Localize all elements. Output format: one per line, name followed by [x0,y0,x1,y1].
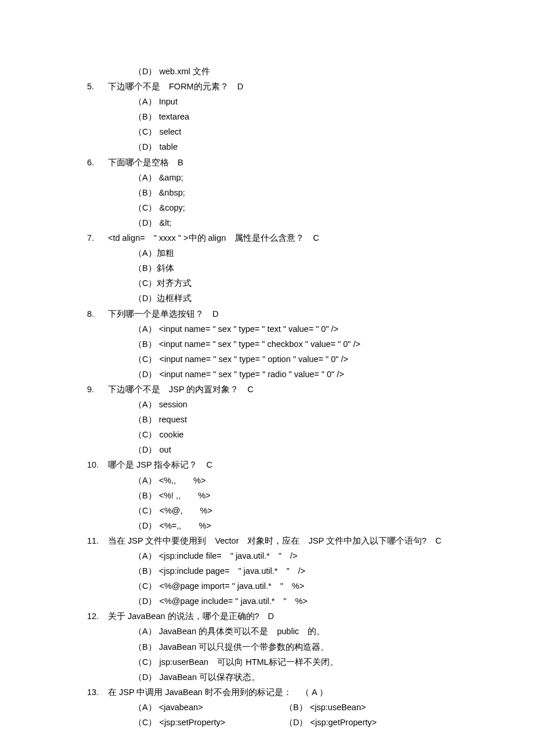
prev-question-option-d: （D） web.xml 文件 [87,64,499,79]
question-option: （C） &copy; [87,200,499,215]
question-stem: 下列哪一个是单选按钮？ D [108,306,499,321]
question-row: 8.下列哪一个是单选按钮？ D [87,306,499,321]
question-row: 10.哪个是 JSP 指令标记？ C [87,457,499,472]
question-option: （A） <jsp:include file= " java.util.* " /… [87,548,499,563]
question-number: 12. [87,609,108,624]
question-option: （D） <%@page include= " java.util.* " %> [87,594,499,609]
question-number: 9. [87,382,108,397]
question-option: （C） select [87,124,499,139]
question-option: （D） out [87,442,499,457]
question-option: （A） <javabean> [134,700,284,715]
question-option: （A） JavaBean 的具体类可以不是 public 的。 [87,624,499,639]
question-option: （C） cookie [87,427,499,442]
question-row: 9.下边哪个不是 JSP 的内置对象？ C [87,382,499,397]
question-row: 11.当在 JSP 文件中要使用到 Vector 对象时，应在 JSP 文件中加… [87,533,499,548]
question-option: （C） <jsp:setProperty> [134,715,284,730]
question-option: （B） JavaBean 可以只提供一个带参数的构造器。 [87,639,499,654]
question-number: 10. [87,457,108,472]
question-number: 7. [87,230,108,245]
question-stem: 下面哪个是空格 B [108,155,499,170]
question-stem: 关于 JavaBean 的说法，哪个是正确的? D [108,609,499,624]
question-row: 13.在 JSP 中调用 JavaBean 时不会用到的标记是： （ A ） [87,685,499,700]
question-row: 12.关于 JavaBean 的说法，哪个是正确的? D [87,609,499,624]
question-option: （D） <jsp:getProperty> [284,715,499,730]
question-row: 6.下面哪个是空格 B [87,155,499,170]
question-option: （B）斜体 [87,261,499,276]
question-option: （A）加粗 [87,245,499,261]
question-option: （A） <input name= " sex " type= " text " … [87,321,499,337]
question-option: （D） JavaBean 可以保存状态。 [87,670,499,685]
question-option: （B） textarea [87,109,499,124]
question-option: （A） Input [87,94,499,109]
question-option: （D）边框样式 [87,291,499,306]
question-option: （C） <%@, %> [87,503,499,518]
document-page: （D） web.xml 文件 5.下边哪个不是 FORM的元素？ D（A） In… [0,0,534,756]
question-option: （D） &lt; [87,215,499,230]
question-option: （A） session [87,397,499,412]
question-option: （B） <jsp:include page= " java.util.* " /… [87,563,499,578]
question-stem: 在 JSP 中调用 JavaBean 时不会用到的标记是： （ A ） [108,685,499,700]
question-stem: 下边哪个不是 FORM的元素？ D [108,79,499,94]
question-option: （C） <input name= " sex " type= " option … [87,352,499,367]
question-option-row: （A） <javabean>（B） <jsp:useBean> [87,700,499,715]
question-option: （C）对齐方式 [87,276,499,291]
question-row: 7.<td align= " xxxx " >中的 align 属性是什么含意？… [87,230,499,245]
question-option: （D） <input name= " sex " type= " radio "… [87,367,499,382]
question-stem: 哪个是 JSP 指令标记？ C [108,457,499,472]
question-option: （A） &amp; [87,170,499,185]
question-option: （D） <%=,, %> [87,518,499,533]
questions-list: 5.下边哪个不是 FORM的元素？ D（A） Input（B） textarea… [87,79,499,730]
question-stem: 下边哪个不是 JSP 的内置对象？ C [108,382,499,397]
question-option: （B） <input name= " sex " type= " checkbo… [87,337,499,352]
question-option: （B） <jsp:useBean> [284,700,499,715]
question-option: （C） <%@page import= " java.util.* " %> [87,578,499,594]
question-number: 8. [87,306,108,321]
question-option: （B） request [87,412,499,427]
question-number: 11. [87,533,108,548]
question-number: 6. [87,155,108,170]
question-stem: <td align= " xxxx " >中的 align 属性是什么含意？ C [108,230,499,245]
question-option-row: （C） <jsp:setProperty>（D） <jsp:getPropert… [87,715,499,730]
question-row: 5.下边哪个不是 FORM的元素？ D [87,79,499,94]
question-number: 13. [87,685,108,700]
question-option: （A） <%,, %> [87,473,499,488]
question-option: （C） jsp:userBean 可以向 HTML标记一样不关闭。 [87,654,499,670]
question-number: 5. [87,79,108,94]
question-option: （D） table [87,139,499,154]
question-option: （B） &nbsp; [87,185,499,200]
question-stem: 当在 JSP 文件中要使用到 Vector 对象时，应在 JSP 文件中加入以下… [108,533,499,548]
question-option: （B） <%! ,, %> [87,488,499,503]
